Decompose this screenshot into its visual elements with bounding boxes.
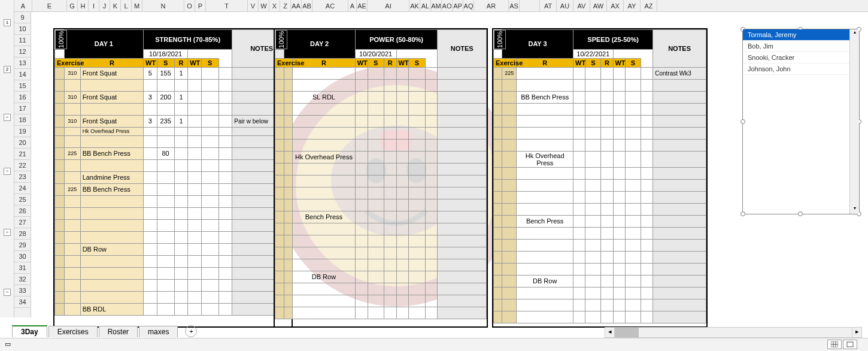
cell[interactable] — [218, 171, 232, 183]
day1-num[interactable] — [64, 195, 80, 207]
outline-btn-3[interactable]: − — [4, 114, 11, 121]
col-hdr-AL[interactable]: AL — [420, 0, 431, 11]
slicer-item[interactable]: Bob, Jim — [743, 41, 849, 52]
cell[interactable] — [201, 243, 218, 255]
cell[interactable]: 3 — [144, 115, 157, 127]
note[interactable] — [438, 223, 487, 235]
cell[interactable] — [157, 127, 174, 135]
outline-btn-6[interactable]: − — [4, 289, 11, 296]
num[interactable] — [284, 139, 293, 151]
cell[interactable]: 3 — [144, 91, 157, 103]
cell[interactable] — [157, 171, 174, 183]
row-hdr-12[interactable]: 12 — [14, 46, 31, 58]
cell[interactable] — [218, 67, 232, 79]
day1-exercise[interactable]: Front Squat — [80, 115, 143, 127]
cell[interactable] — [144, 171, 157, 183]
num[interactable] — [502, 203, 517, 215]
cell[interactable] — [188, 91, 201, 103]
exercise[interactable] — [517, 115, 573, 127]
note[interactable] — [438, 187, 487, 199]
num[interactable] — [502, 287, 517, 299]
row-hdr-25[interactable]: 25 — [14, 194, 31, 205]
day1-exercise[interactable]: BB Bench Press — [80, 183, 143, 195]
sheet-tab-roster[interactable]: Roster — [99, 326, 138, 337]
row-hdr-27[interactable]: 27 — [14, 217, 31, 228]
cell[interactable]: 1 — [174, 67, 187, 79]
cell[interactable] — [174, 79, 187, 91]
sheet-tab-exercises[interactable]: Exercises — [48, 326, 98, 337]
slicer-roster[interactable]: Tormala, JeremyBob, JimSnooki, CrackerJo… — [742, 29, 860, 214]
exercise[interactable]: Bench Press — [293, 211, 355, 223]
num[interactable] — [502, 79, 517, 91]
note[interactable] — [653, 227, 706, 239]
cell[interactable] — [201, 303, 218, 315]
day1-num[interactable] — [64, 127, 80, 135]
cell[interactable] — [188, 171, 201, 183]
cell[interactable] — [157, 267, 174, 279]
cell[interactable] — [218, 267, 232, 279]
sheet-tab-3day[interactable]: 3Day — [12, 325, 47, 337]
cell[interactable]: 235 — [157, 115, 174, 127]
cell[interactable] — [218, 135, 232, 147]
note[interactable] — [653, 167, 706, 179]
note[interactable] — [438, 307, 487, 319]
cell[interactable] — [174, 219, 187, 231]
cell[interactable] — [157, 279, 174, 291]
day2-date2[interactable]: 10/20/2021 — [355, 49, 396, 58]
col-hdr-AE[interactable]: AE — [357, 0, 368, 11]
note[interactable] — [653, 263, 706, 275]
day3-date1[interactable]: 10/15/2021 — [494, 49, 573, 58]
exercise[interactable] — [293, 139, 355, 151]
row-hdr-29[interactable]: 29 — [14, 240, 31, 251]
col-hdr-O[interactable]: O — [184, 0, 195, 11]
num[interactable] — [502, 179, 517, 191]
cell[interactable] — [144, 103, 157, 115]
num[interactable] — [284, 199, 293, 211]
num[interactable] — [284, 259, 293, 271]
row-hdr-26[interactable]: 26 — [14, 205, 31, 217]
note[interactable] — [653, 115, 706, 127]
col-hdr-AP[interactable]: AP — [453, 0, 463, 11]
cell[interactable] — [174, 267, 187, 279]
note[interactable] — [653, 103, 706, 115]
note[interactable] — [653, 179, 706, 191]
grid-area[interactable]: 100% DAY 1 STRENGTH (70-85%) NOTES 10/11… — [31, 12, 868, 317]
slicer-item[interactable]: Tormala, Jeremy — [743, 29, 849, 41]
day1-num[interactable] — [64, 279, 80, 291]
cell[interactable] — [201, 127, 218, 135]
cell[interactable] — [201, 195, 218, 207]
cell[interactable] — [157, 103, 174, 115]
cell[interactable] — [201, 103, 218, 115]
slicer-scrollbar[interactable]: ▴ ▾ — [849, 29, 859, 214]
col-hdr-AI[interactable]: AI — [368, 0, 409, 11]
num[interactable] — [502, 215, 517, 227]
note[interactable] — [653, 139, 706, 151]
cell[interactable] — [218, 103, 232, 115]
cell[interactable] — [218, 147, 232, 159]
note[interactable] — [438, 295, 487, 307]
day1-num[interactable]: 225 — [64, 183, 80, 195]
cell[interactable] — [144, 135, 157, 147]
cell[interactable] — [144, 183, 157, 195]
num[interactable] — [502, 251, 517, 263]
col-hdr-AX[interactable]: AX — [607, 0, 624, 11]
col-hdr-AM[interactable]: AM — [431, 0, 442, 11]
cell[interactable] — [201, 67, 218, 79]
note[interactable] — [653, 191, 706, 203]
note[interactable] — [438, 103, 487, 115]
day1-num[interactable] — [64, 79, 80, 91]
cell[interactable]: 5 — [144, 67, 157, 79]
cell[interactable] — [188, 135, 201, 147]
cell[interactable]: 80 — [157, 147, 174, 159]
view-normal-btn[interactable] — [827, 340, 842, 349]
exercise[interactable] — [293, 79, 355, 91]
exercise[interactable]: SL RDL — [293, 91, 355, 103]
cell[interactable] — [157, 79, 174, 91]
cell[interactable] — [144, 127, 157, 135]
num[interactable] — [284, 79, 293, 91]
cell[interactable] — [144, 159, 157, 171]
num[interactable] — [502, 139, 517, 151]
cell[interactable] — [174, 243, 187, 255]
cell[interactable] — [218, 127, 232, 135]
num[interactable] — [284, 91, 293, 103]
